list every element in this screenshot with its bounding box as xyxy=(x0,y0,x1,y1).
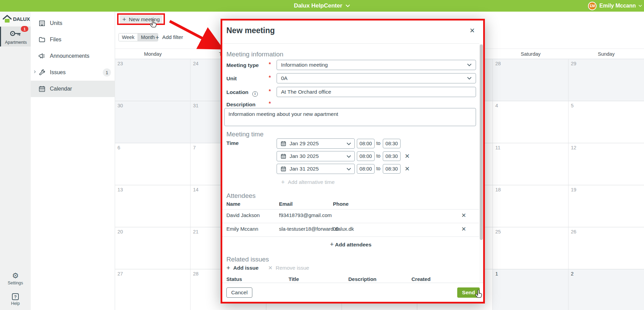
cancel-button[interactable]: Cancel xyxy=(226,287,252,298)
rail-item-apartments[interactable]: 1 Apartments xyxy=(0,27,31,46)
date-cell[interactable]: 6 xyxy=(115,143,191,185)
plus-icon: + xyxy=(226,265,230,271)
key-icon xyxy=(9,29,22,39)
unit-select[interactable]: 0A xyxy=(277,73,476,83)
time-to-input[interactable]: 08:30 xyxy=(383,164,401,174)
date-cell[interactable]: 23 xyxy=(115,59,191,101)
time-from-input[interactable]: 08:00 xyxy=(357,164,375,174)
unit-label: Unit xyxy=(226,76,237,82)
chevron-down-icon xyxy=(639,4,642,7)
info-icon[interactable]: i xyxy=(252,91,258,97)
time-from-input[interactable]: 08:00 xyxy=(357,151,375,161)
sidebar-item-units[interactable]: Units xyxy=(31,15,115,31)
modal-title: New meeting xyxy=(226,26,275,35)
apartments-badge: 1 xyxy=(21,26,28,32)
chevron-down-icon xyxy=(347,166,351,172)
date-select[interactable]: Jan 31 2025 xyxy=(277,164,355,174)
date-cell[interactable]: 4 xyxy=(493,101,568,143)
remove-issue-button: ✕ Remove issue xyxy=(268,265,309,271)
app-rail: DALUX 1 Apartments ⚙ Settings ? Help xyxy=(0,12,31,310)
date-cell[interactable]: 18 xyxy=(493,185,568,227)
chevron-right-icon[interactable] xyxy=(32,69,37,76)
chevron-down-icon xyxy=(347,153,351,159)
description-label: Description xyxy=(226,102,255,108)
attendee-phone: 00 xyxy=(333,226,339,232)
sidebar-item-label: Announcements xyxy=(50,53,89,59)
date-cell[interactable]: 1 xyxy=(493,269,568,310)
scrollbar-thumb[interactable] xyxy=(480,44,483,240)
user-name: Emily Mccann xyxy=(599,3,636,9)
close-icon[interactable]: ✕ xyxy=(470,27,475,35)
app-title-menu[interactable]: Dalux HelpCenter xyxy=(294,2,350,9)
remove-time-icon[interactable]: ✕ xyxy=(405,152,410,160)
files-icon xyxy=(38,36,46,43)
user-menu[interactable]: EM Emily Mccann xyxy=(588,0,642,12)
announcements-icon xyxy=(38,52,46,60)
time-to-input[interactable]: 08:30 xyxy=(383,139,401,148)
meeting-type-select[interactable]: Information meeting xyxy=(277,60,476,70)
time-row: Jan 31 202508:00to08:30✕ xyxy=(222,164,483,174)
date-select[interactable]: Jan 29 2025 xyxy=(277,138,355,149)
time-to-input[interactable]: 08:30 xyxy=(383,151,401,161)
calendar-icon xyxy=(38,85,46,93)
modal-scrollbar[interactable] xyxy=(479,44,483,302)
attendee-email: sla-testuser18@forward.dalux.dk xyxy=(279,226,354,232)
date-cell[interactable]: 12 xyxy=(569,143,644,185)
required-asterisk: * xyxy=(269,75,271,81)
date-cell[interactable]: 13 xyxy=(115,185,191,227)
view-toggle: WeekMonth xyxy=(118,33,158,41)
sidebar-item-label: Files xyxy=(50,37,61,43)
chevron-down-icon xyxy=(467,77,472,80)
date-cell[interactable]: 20 xyxy=(115,227,191,269)
add-issue-button[interactable]: + Add issue xyxy=(226,265,258,271)
avatar: EM xyxy=(588,2,597,10)
required-asterisk: * xyxy=(269,101,271,107)
section-related-issues: Related issues xyxy=(226,256,269,263)
view-option-month[interactable]: Month xyxy=(138,33,158,41)
date-cell[interactable]: 2 xyxy=(569,269,644,310)
date-cell[interactable]: 27 xyxy=(115,269,191,310)
date-cell[interactable]: 29 xyxy=(569,59,644,101)
location-input[interactable]: At The Orchard office xyxy=(277,87,476,97)
rail-item-label: Apartments xyxy=(1,40,31,45)
settings-button[interactable]: ⚙ Settings xyxy=(0,272,31,285)
date-cell[interactable]: 19 xyxy=(569,185,644,227)
sidebar-item-announcements[interactable]: Announcements xyxy=(31,48,115,64)
section-attendees: Attendees xyxy=(226,192,256,200)
day-header-monday: Monday xyxy=(115,49,191,59)
date-select[interactable]: Jan 30 2025 xyxy=(277,151,355,161)
gear-icon: ⚙ xyxy=(0,272,31,280)
plus-icon: + xyxy=(330,241,334,248)
x-icon: ✕ xyxy=(268,265,272,271)
sidebar-item-issues[interactable]: Issues1 xyxy=(31,64,115,81)
remove-attendee-icon[interactable]: ✕ xyxy=(461,226,466,233)
remove-attendee-icon[interactable]: ✕ xyxy=(461,212,466,219)
required-asterisk: * xyxy=(269,62,271,68)
module-sidebar: UnitsFilesAnnouncementsIssues1Calendar xyxy=(31,12,115,310)
section-meeting-time: Meeting time xyxy=(226,131,264,138)
attendees-column-email: Email xyxy=(279,201,293,207)
add-filter-button[interactable]: + Add filter xyxy=(155,33,183,41)
time-from-input[interactable]: 08:00 xyxy=(357,139,375,148)
remove-time-icon[interactable]: ✕ xyxy=(405,165,410,173)
help-button[interactable]: ? Help xyxy=(0,293,31,306)
time-row: Jan 30 202508:00to08:30✕ xyxy=(222,151,483,161)
issues-count-badge: 1 xyxy=(103,68,111,77)
date-cell[interactable]: 11 xyxy=(493,143,568,185)
sidebar-item-calendar[interactable]: Calendar xyxy=(31,81,115,97)
sidebar-item-label: Calendar xyxy=(50,86,72,92)
date-cell[interactable]: 5 xyxy=(569,101,644,143)
sidebar-item-files[interactable]: Files xyxy=(31,31,115,48)
date-cell[interactable]: 30 xyxy=(115,101,191,143)
calendar-small-icon xyxy=(280,166,286,172)
add-alternative-time-button: + Add alternative time xyxy=(281,179,335,185)
date-cell[interactable]: 25 xyxy=(493,227,568,269)
add-attendees-button[interactable]: + Add attendees xyxy=(222,241,479,248)
send-button[interactable]: Send xyxy=(457,287,480,298)
date-cell[interactable]: 26 xyxy=(569,227,644,269)
dalux-logo[interactable]: DALUX xyxy=(0,12,31,26)
description-textarea[interactable] xyxy=(224,108,476,126)
related-column-title: Title xyxy=(289,276,299,282)
date-cell[interactable]: 28 xyxy=(493,59,568,101)
view-option-week[interactable]: Week xyxy=(119,33,138,41)
